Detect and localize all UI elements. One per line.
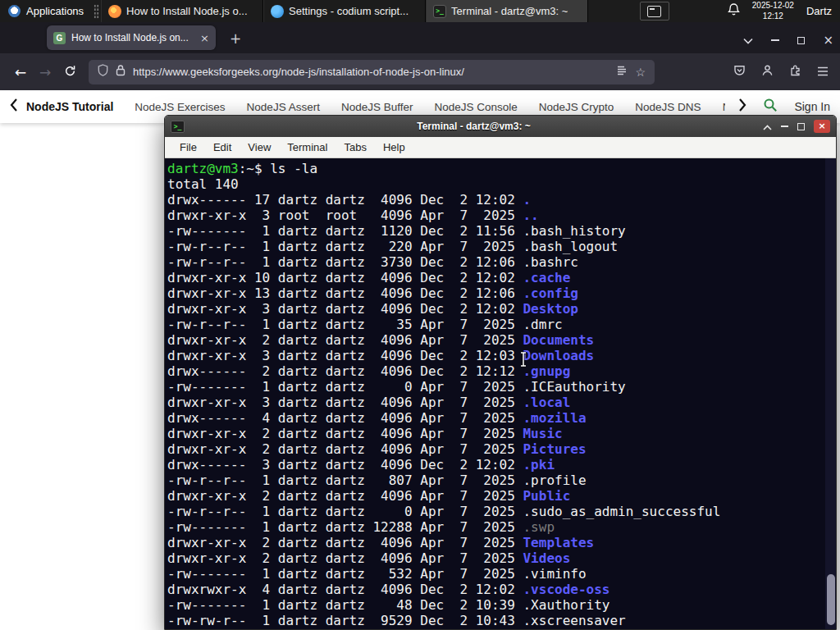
terminal-menu-item[interactable]: Terminal (279, 141, 336, 153)
entry-meta: -rw-r--r-- 1 dartz dartz 35 Apr 7 2025 (167, 317, 523, 332)
terminal-close-button[interactable]: × (814, 120, 830, 133)
entry-meta: drwxr-xr-x 2 dartz dartz 4096 Apr 7 2025 (167, 488, 523, 504)
extensions-icon[interactable] (789, 64, 801, 80)
url-bar[interactable]: https://www.geeksforgeeks.org/node-js/in… (89, 60, 655, 84)
forward-button[interactable]: → (33, 64, 57, 80)
nav-link[interactable]: NodeJS Exercises (135, 101, 225, 113)
terminal-maximize-button[interactable] (797, 123, 805, 130)
panel-window-button[interactable]: Settings - codium script... (263, 0, 426, 22)
entry-meta: -rw------- 1 dartz dartz 1120 Dec 2 11:5… (167, 223, 523, 239)
entry-name: Downloads (523, 348, 594, 363)
terminal-line: drwxr-xr-x 3 dartz dartz 4096 Dec 2 12:0… (167, 348, 836, 363)
notification-bell-icon[interactable] (728, 2, 740, 20)
nav-link[interactable]: NodeJS Tutorial (26, 100, 113, 113)
terminal-menu-item[interactable]: Help (375, 141, 413, 153)
browser-tab[interactable]: G How to Install Node.js on... × (47, 25, 216, 50)
tray-window-icon[interactable] (640, 2, 669, 21)
browser-tab-bar: G How to Install Node.js on... × + × (0, 22, 840, 53)
panel-clock[interactable]: 2025-12-02 12:12 (752, 1, 794, 21)
new-tab-button[interactable]: + (230, 32, 241, 46)
terminal-minimize-button[interactable] (781, 126, 788, 127)
window-close-button[interactable]: × (823, 34, 833, 47)
entry-name: .sudo_as_admin_successful (523, 504, 720, 519)
terminal-line: -rw------- 1 dartz dartz 12288 Apr 7 202… (167, 519, 836, 535)
reader-mode-icon[interactable] (616, 65, 628, 80)
entry-meta: drwxr-xr-x 3 dartz dartz 4096 Apr 7 2025 (167, 395, 523, 410)
terminal-titlebar[interactable]: >_ Terminal - dartz@vm3: ~ × (165, 116, 836, 137)
nav-link[interactable]: NodeJS Console (434, 101, 517, 113)
browser-nav-toolbar: ← → https://www.geeksforgeeks.org/node-j… (0, 53, 840, 90)
entry-meta: drwx------ 17 dartz dartz 4096 Dec 2 12:… (167, 192, 523, 208)
terminal-scrollbar[interactable] (825, 158, 836, 629)
entry-name: Templates (523, 535, 594, 550)
terminal-line: -rw-r--r-- 1 dartz dartz 0 Apr 7 2025 .s… (167, 504, 836, 519)
panel-window-button[interactable]: >_Terminal - dartz@vm3: ~ (426, 0, 588, 22)
terminal-menu-item[interactable]: Tabs (336, 141, 374, 153)
search-icon[interactable] (763, 98, 778, 116)
entry-name: .dmrc (523, 317, 562, 332)
entry-meta: drwxr-xr-x 13 dartz dartz 4096 Dec 2 12:… (167, 285, 523, 301)
all-tabs-chevron-icon[interactable] (743, 33, 753, 48)
terminal-line: -rw-r--r-- 1 dartz dartz 220 Apr 7 2025 … (167, 239, 836, 254)
terminal-line: -rw-r--r-- 1 dartz dartz 807 Apr 7 2025 … (167, 472, 836, 488)
terminal-menu-item[interactable]: View (240, 141, 279, 153)
pocket-icon[interactable] (733, 64, 746, 80)
entry-meta: drwxrwxr-x 4 dartz dartz 4096 Dec 2 12:0… (167, 582, 523, 597)
clock-time: 12:12 (752, 11, 794, 22)
terminal-shade-button[interactable] (763, 119, 772, 134)
scrollbar-thumb[interactable] (827, 574, 835, 625)
entry-meta: drwxr-xr-x 10 dartz dartz 4096 Dec 2 12:… (167, 270, 523, 285)
lock-icon[interactable] (116, 64, 126, 80)
menu-icon[interactable] (817, 65, 829, 80)
entry-name: .viminfo (523, 566, 586, 582)
window-minimize-button[interactable] (771, 39, 779, 41)
window-button-title: Terminal - dartz@vm3: ~ (451, 5, 568, 17)
entry-name: .config (523, 285, 578, 301)
terminal-line: drwxr-xr-x 3 root root 4096 Apr 7 2025 .… (167, 208, 836, 223)
terminal-line: total 140 (167, 176, 836, 192)
applications-menu[interactable]: Applications (0, 0, 92, 22)
nav-scroll-left-icon[interactable] (10, 98, 18, 115)
sign-in-button[interactable]: Sign In (794, 100, 830, 113)
shield-icon[interactable] (98, 64, 108, 80)
tab-close-icon[interactable]: × (199, 32, 209, 44)
terminal-line: drwxr-xr-x 2 dartz dartz 4096 Apr 7 2025… (167, 441, 836, 457)
back-button[interactable]: ← (8, 64, 33, 80)
nav-link[interactable]: Node (723, 101, 726, 113)
terminal-body[interactable]: dartz@vm3:~$ ls -latotal 140drwx------ 1… (165, 158, 836, 629)
bookmark-star-icon[interactable]: ☆ (635, 66, 646, 79)
distro-logo-icon (8, 5, 21, 17)
entry-meta: drwxr-xr-x 2 dartz dartz 4096 Apr 7 2025 (167, 426, 523, 441)
entry-meta: -rw-r--r-- 1 dartz dartz 807 Apr 7 2025 (167, 472, 523, 488)
terminal-menu-item[interactable]: File (171, 141, 205, 153)
nav-link[interactable]: NodeJS Assert (247, 101, 320, 113)
terminal-line: drwx------ 3 dartz dartz 4096 Dec 2 12:0… (167, 457, 836, 472)
account-icon[interactable] (761, 64, 774, 80)
terminal-line: -rw-rw-r-- 1 dartz dartz 9529 Dec 2 10:4… (167, 613, 836, 628)
entry-meta: drwxr-xr-x 3 dartz dartz 4096 Dec 2 12:0… (167, 348, 523, 363)
terminal-line: drwxr-xr-x 2 dartz dartz 4096 Apr 7 2025… (167, 332, 836, 348)
entry-meta: -rw------- 1 dartz dartz 48 Dec 2 10:39 (167, 597, 523, 613)
entry-name: .profile (523, 472, 586, 488)
clock-date: 2025-12-02 (752, 1, 794, 11)
nav-scroll-right-icon[interactable] (738, 98, 746, 115)
url-text: https://www.geeksforgeeks.org/node-js/in… (133, 66, 609, 78)
terminal-line: -rw------- 1 dartz dartz 48 Dec 2 10:39 … (167, 597, 836, 613)
window-maximize-button[interactable] (797, 37, 805, 44)
entry-name: .Xauthority (523, 597, 609, 613)
entry-name: .cache (523, 270, 570, 285)
terminal-line: drwx------ 2 dartz dartz 4096 Dec 2 12:1… (167, 363, 836, 379)
nav-link[interactable]: NodeJS DNS (635, 101, 701, 113)
panel-username[interactable]: Dartz (806, 5, 832, 17)
reload-button[interactable] (57, 64, 82, 80)
terminal-menu-item[interactable]: Edit (205, 141, 240, 153)
entry-meta: drwxr-xr-x 2 dartz dartz 4096 Apr 7 2025 (167, 332, 523, 348)
nav-link[interactable]: NodeJS Buffer (341, 101, 413, 113)
entry-name: .. (523, 208, 538, 223)
panel-window-button[interactable]: How to Install Node.js o... (101, 0, 263, 22)
applications-label: Applications (26, 5, 84, 17)
nav-link[interactable]: NodeJS Crypto (539, 101, 614, 113)
entry-meta: drwxr-xr-x 3 dartz dartz 4096 Dec 2 12:0… (167, 301, 523, 317)
terminal-line: -rw------- 1 dartz dartz 1120 Dec 2 11:5… (167, 223, 836, 239)
terminal-output: dartz@vm3:~$ ls -latotal 140drwx------ 1… (167, 161, 836, 628)
